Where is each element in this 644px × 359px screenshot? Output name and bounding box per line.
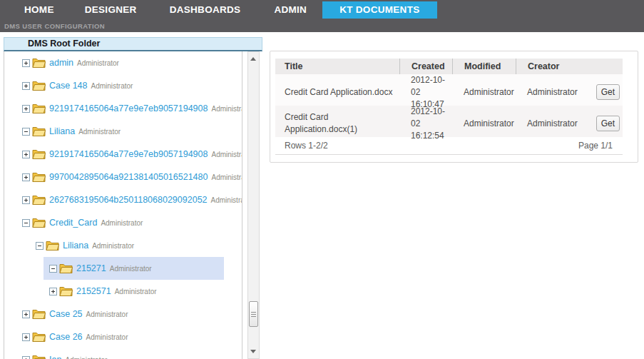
folder-icon — [32, 126, 46, 136]
plus-expander-icon[interactable] — [22, 356, 30, 359]
tree-item-admin[interactable]: adminAdministrator — [4, 51, 242, 74]
table-row[interactable]: Credit Card Application.docx2012-10-0216… — [275, 74, 623, 106]
tree-item-owner: Administrator — [78, 128, 121, 136]
tree-item-label[interactable]: Case 148 — [49, 81, 88, 91]
tree-item-owner: Administrator — [91, 82, 133, 90]
scrollbar-grip-icon — [251, 312, 256, 313]
cell-creator: Administrator — [516, 86, 587, 98]
tree-item-case-25[interactable]: Case 25Administrator — [4, 303, 242, 325]
folder-tree: adminAdministratorCase 148Administrator9… — [4, 51, 242, 359]
folder-icon — [46, 241, 59, 251]
table-row[interactable]: Credit Card Application.docx(1)2012-10-0… — [275, 106, 623, 137]
cell-created: 2012-10-0216:12:54 — [399, 106, 452, 141]
plus-expander-icon[interactable] — [22, 59, 30, 67]
plus-expander-icon[interactable] — [22, 173, 30, 181]
nav-item-kt-documents-label: KT DOCUMENTS — [339, 4, 419, 15]
cell-creator: Administrator — [516, 118, 587, 130]
tree-item-label[interactable]: Case 25 — [49, 309, 83, 319]
get-button[interactable]: Get — [596, 116, 620, 131]
folder-icon — [59, 286, 73, 296]
folder-icon — [59, 263, 73, 273]
nav-item-home[interactable]: HOME — [24, 4, 54, 15]
page-count-label: Page 1/1 — [578, 141, 613, 151]
tree-item-owner: Administrator — [211, 151, 242, 158]
tree-item-owner: Administrator — [115, 288, 157, 295]
nav-item-admin[interactable]: ADMIN — [274, 4, 307, 15]
document-table-body: Credit Card Application.docx2012-10-0216… — [275, 74, 623, 137]
tree-item-credit-card[interactable]: Credit_CardAdministrator — [4, 211, 242, 234]
tree-item-label[interactable]: Credit_Card — [49, 218, 97, 228]
tree-item-liliana[interactable]: LilianaAdministrator — [4, 120, 242, 143]
tree-item-label[interactable]: Liliana — [49, 126, 75, 136]
tree-item-owner: Administrator — [101, 219, 143, 227]
tree-item-ian[interactable]: IanAdministrator — [4, 348, 242, 359]
tree-item-owner: Administrator — [77, 59, 119, 67]
column-header-modified[interactable]: Modified — [452, 59, 516, 74]
scroll-up-icon[interactable] — [250, 57, 256, 61]
tree-item-owner: Administrator — [110, 265, 152, 273]
tree-item-label[interactable]: Liliana — [63, 241, 88, 251]
tree-item-2627683195064b250118068029092052[interactable]: 2627683195064b250118068029092052Administ… — [4, 188, 242, 211]
nav-item-designer[interactable]: DESIGNER — [85, 4, 137, 15]
tree-item-label[interactable]: 9970042895064a921381405016521480 — [49, 172, 208, 182]
main-nav: HOME DESIGNER DASHBOARDS ADMIN KT DOCUME… — [0, 0, 644, 19]
minus-expander-icon[interactable] — [36, 242, 44, 250]
plus-expander-icon[interactable] — [22, 310, 30, 318]
top-navigation-bar: HOME DESIGNER DASHBOARDS ADMIN KT DOCUME… — [0, 0, 644, 32]
tree-item-2152571[interactable]: 2152571Administrator — [4, 280, 242, 303]
document-table-header: Title Created Modified Creator — [275, 59, 623, 74]
nav-item-kt-documents-active[interactable]: KT DOCUMENTS — [322, 1, 436, 19]
tree-item-label[interactable]: 2152571 — [76, 286, 111, 296]
tree-item-label[interactable]: 9219174165064a77e9e7eb9057194908 — [49, 103, 208, 113]
plus-expander-icon[interactable] — [22, 105, 30, 113]
tree-item-215271[interactable]: 215271Administrator — [4, 257, 242, 280]
tree-item-owner: Administrator — [211, 173, 242, 181]
cell-title: Credit Card Application.docx — [275, 86, 399, 98]
tree-item-label[interactable]: 2627683195064b250118068029092052 — [49, 195, 208, 205]
minus-expander-icon[interactable] — [49, 265, 57, 273]
tree-item-owner: Administrator — [65, 356, 107, 359]
scrollbar-thumb[interactable] — [249, 301, 258, 327]
page-subtitle: DMS USER CONFIGURATION — [4, 22, 105, 30]
nav-item-dashboards[interactable]: DASHBOARDS — [170, 4, 241, 15]
tree-item-case-26[interactable]: Case 26Administrator — [4, 325, 242, 348]
column-header-creator[interactable]: Creator — [516, 59, 587, 74]
document-panel: Title Created Modified Creator Credit Ca… — [270, 51, 638, 163]
column-header-actions — [587, 59, 623, 74]
tree-item-owner: Administrator — [86, 333, 128, 341]
tree-item-label[interactable]: Ian — [49, 355, 61, 359]
folder-icon — [32, 149, 46, 159]
tree-root-header[interactable]: DMS Root Folder — [4, 37, 262, 51]
minus-expander-icon[interactable] — [22, 128, 30, 136]
plus-expander-icon[interactable] — [22, 151, 30, 158]
tree-item-liliana[interactable]: LilianaAdministrator — [4, 234, 242, 257]
tree-scrollbar[interactable] — [247, 51, 260, 359]
tree-item-label[interactable]: admin — [49, 58, 73, 68]
page: { "nav": { "items": [ {"label": "HOME", … — [0, 0, 644, 359]
tree-item-9970042895064a921381405016521480[interactable]: 9970042895064a921381405016521480Administ… — [4, 166, 242, 188]
cell-modified: Administrator — [452, 86, 516, 98]
plus-expander-icon[interactable] — [22, 196, 30, 204]
column-header-created[interactable]: Created — [399, 59, 452, 74]
get-button[interactable]: Get — [596, 84, 620, 100]
tree-item-owner: Administrator — [211, 196, 242, 204]
tree-item-owner: Administrator — [86, 310, 128, 318]
folder-icon — [32, 81, 46, 91]
cell-modified: Administrator — [452, 118, 516, 130]
folder-icon — [32, 309, 46, 319]
plus-expander-icon[interactable] — [22, 82, 30, 90]
tree-item-case-148[interactable]: Case 148Administrator — [4, 74, 242, 97]
tree-item-9219174165064a77e9e7eb9057194908[interactable]: 9219174165064a77e9e7eb9057194908Administ… — [4, 97, 242, 120]
column-header-title[interactable]: Title — [275, 59, 399, 74]
tree-item-label[interactable]: Case 26 — [49, 332, 83, 342]
tree-item-label[interactable]: 9219174165064a77e9e7eb9057194908 — [49, 149, 208, 159]
scroll-down-icon[interactable] — [250, 350, 256, 353]
tree-item-owner: Administrator — [211, 105, 242, 113]
plus-expander-icon[interactable] — [49, 288, 57, 295]
minus-expander-icon[interactable] — [22, 219, 30, 227]
folder-icon — [32, 172, 46, 182]
tree-item-label[interactable]: 215271 — [76, 263, 106, 273]
plus-expander-icon[interactable] — [22, 333, 30, 341]
tree-item-9219174165064a77e9e7eb9057194908[interactable]: 9219174165064a77e9e7eb9057194908Administ… — [4, 143, 242, 166]
folder-icon — [32, 218, 46, 228]
